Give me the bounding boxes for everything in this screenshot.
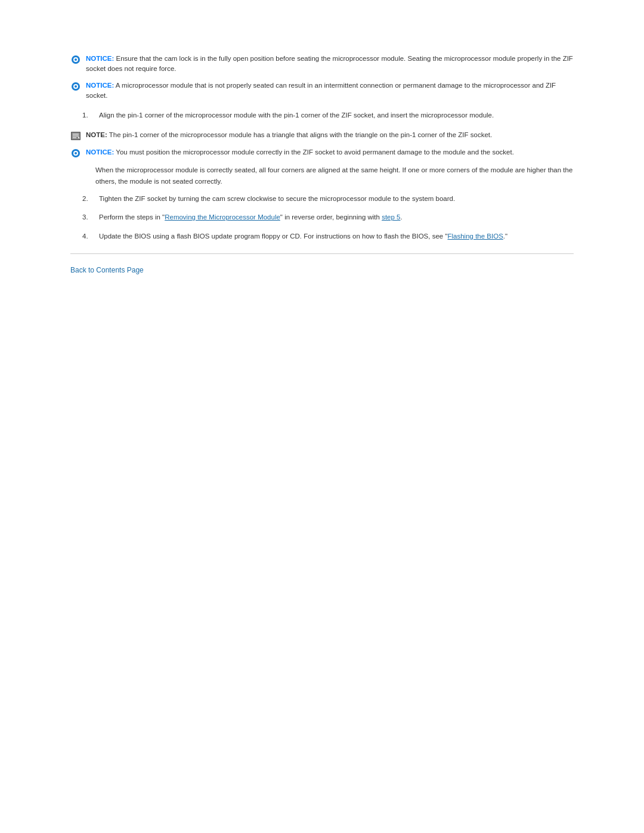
note-block: NOTE: The pin-1 corner of the microproce… — [70, 130, 574, 141]
step-3: 3. Perform the steps in "Removing the Mi… — [82, 212, 574, 222]
step3-text-after: . — [400, 213, 402, 221]
steps-list: 1. Align the pin-1 corner of the micropr… — [82, 110, 574, 120]
step-content-1: Align the pin-1 corner of the microproce… — [99, 110, 574, 120]
notice-icon-2 — [70, 81, 81, 92]
page-divider — [70, 253, 574, 254]
page-container: NOTICE: Ensure that the cam lock is in t… — [0, 0, 644, 310]
notice-label-2: NOTICE: — [86, 82, 114, 89]
step4-text-before: Update the BIOS using a flash BIOS updat… — [99, 233, 448, 240]
step-content-4: Update the BIOS using a flash BIOS updat… — [99, 231, 574, 241]
step-number-4: 4. — [82, 231, 99, 241]
notice-text-2: NOTICE: A microprocessor module that is … — [86, 80, 574, 101]
notice-text-3: NOTICE: You must position the microproce… — [86, 147, 514, 157]
step-4: 4. Update the BIOS using a flash BIOS up… — [82, 231, 574, 241]
removing-microprocessor-link[interactable]: Removing the Microprocessor Module — [165, 213, 280, 221]
steps-list-2: 2. Tighten the ZIF socket by turning the… — [82, 194, 574, 241]
notice-label-1: NOTICE: — [86, 55, 114, 62]
svg-point-5 — [75, 85, 77, 88]
notice-icon-3 — [70, 148, 81, 159]
notice-icon-1 — [70, 54, 81, 65]
notice-body-1: Ensure that the cam lock is in the fully… — [86, 55, 573, 72]
step-number-3: 3. — [82, 212, 99, 222]
note-label: NOTE: — [86, 131, 107, 138]
notice-block-2: NOTICE: A microprocessor module that is … — [70, 80, 574, 101]
step-2: 2. Tighten the ZIF socket by turning the… — [82, 194, 574, 204]
notice-block-1: NOTICE: Ensure that the cam lock is in t… — [70, 54, 574, 75]
notice-text-1: NOTICE: Ensure that the cam lock is in t… — [86, 54, 574, 75]
info-paragraph: When the microprocessor module is correc… — [95, 165, 574, 187]
notice-body-2b: A microprocessor module that is not prop… — [86, 82, 556, 99]
flashing-bios-link[interactable]: Flashing the BIOS — [448, 233, 503, 240]
step-number-1: 1. — [82, 110, 99, 120]
step5-link[interactable]: step 5 — [382, 213, 400, 221]
notice-body-3b: You must position the microprocessor mod… — [116, 148, 514, 156]
step3-text-before: Perform the steps in " — [99, 213, 165, 221]
back-to-contents-link[interactable]: Back to Contents Page — [70, 266, 574, 274]
note-text: NOTE: The pin-1 corner of the microproce… — [86, 130, 492, 140]
svg-point-14 — [75, 152, 77, 154]
step4-text-after: ." — [503, 233, 507, 240]
step-number-2: 2. — [82, 194, 99, 204]
notice-block-3: NOTICE: You must position the microproce… — [70, 147, 574, 159]
step3-text-middle: " in reverse order, beginning with — [280, 213, 382, 221]
note-icon — [70, 131, 81, 141]
step-1: 1. Align the pin-1 corner of the micropr… — [82, 110, 574, 120]
svg-point-2 — [75, 58, 77, 61]
notice-label-3: NOTICE: — [86, 148, 114, 156]
step-content-2: Tighten the ZIF socket by turning the ca… — [99, 194, 574, 204]
note-body-text: The pin-1 corner of the microprocessor m… — [109, 131, 492, 138]
step-content-3: Perform the steps in "Removing the Micro… — [99, 212, 574, 222]
